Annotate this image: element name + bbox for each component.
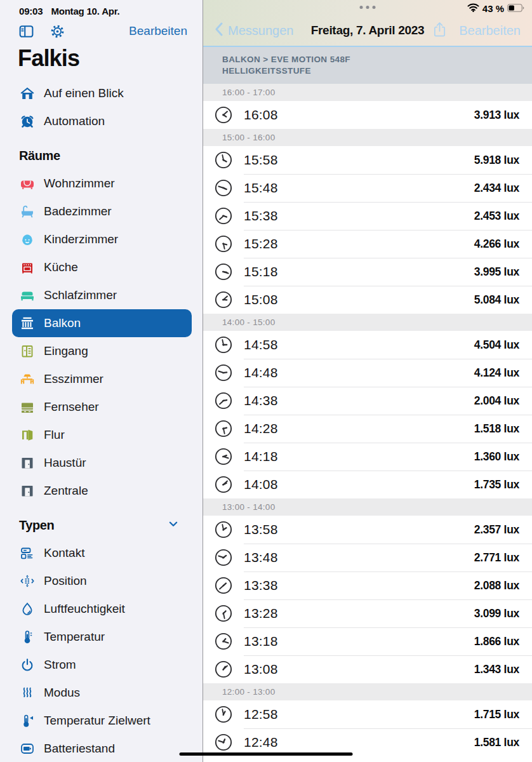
status-time: 09:03 bbox=[19, 6, 43, 17]
sidebar-item-position[interactable]: Position bbox=[12, 567, 192, 595]
clock-icon bbox=[214, 632, 233, 651]
clock-icon bbox=[214, 262, 233, 281]
measurement-row[interactable]: 13:482.771 lux bbox=[203, 544, 532, 572]
measurement-row[interactable]: 16:083.913 lux bbox=[203, 101, 532, 129]
sidebar-item-zentrale[interactable]: Zentrale bbox=[12, 477, 192, 505]
clock-icon bbox=[214, 234, 233, 253]
breadcrumb: BALKON > EVE MOTION 548F HELLIGKEITSSTUF… bbox=[203, 47, 532, 84]
alarm-clock-icon bbox=[19, 113, 36, 130]
chevron-down-icon[interactable] bbox=[166, 516, 181, 534]
battery-icon bbox=[19, 740, 36, 757]
sidebar-item-k-che[interactable]: Küche bbox=[12, 253, 192, 281]
sidebar-item-label: Haustür bbox=[44, 456, 86, 470]
sidebar-item-badezimmer[interactable]: Badezimmer bbox=[12, 197, 192, 225]
measurement-time: 13:58 bbox=[244, 522, 278, 537]
sidebar-item-modus[interactable]: Modus bbox=[12, 679, 192, 707]
measurement-row[interactable]: 14:081.735 lux bbox=[203, 471, 532, 498]
sidebar-item-balkon[interactable]: Balkon bbox=[12, 309, 192, 337]
measurement-row[interactable]: 12:581.715 lux bbox=[203, 700, 532, 728]
measurement-row[interactable]: 13:081.343 lux bbox=[203, 655, 532, 683]
measurement-value: 2.004 lux bbox=[474, 394, 519, 408]
sidebar-item-label: Automation bbox=[44, 114, 105, 128]
clock-icon bbox=[214, 206, 233, 225]
measurement-value: 4.504 lux bbox=[474, 338, 519, 352]
sidebar-item-label: Flur bbox=[44, 428, 65, 442]
sofa-icon bbox=[19, 175, 36, 192]
sidebar-item-label: Batteriestand bbox=[44, 742, 115, 756]
sidebar-section-typen: Typen bbox=[0, 511, 203, 539]
sidebar-toggle-icon[interactable] bbox=[18, 23, 35, 40]
multitasking-dots-icon[interactable] bbox=[360, 6, 376, 9]
measurement-value: 2.771 lux bbox=[474, 551, 519, 565]
sidebar-item-kinderzimmer[interactable]: Kinderzimmer bbox=[12, 225, 192, 253]
measurement-value: 1.715 lux bbox=[474, 708, 519, 721]
chevron-left-icon bbox=[215, 22, 223, 39]
edit-button[interactable]: Bearbeiten bbox=[459, 23, 521, 38]
sidebar-item-eingang[interactable]: Eingang bbox=[12, 337, 192, 365]
share-icon[interactable] bbox=[432, 21, 448, 41]
sidebar-item-strom[interactable]: Strom bbox=[12, 651, 192, 679]
sidebar-item-auf-einen-blick[interactable]: Auf einen Blick bbox=[12, 79, 192, 107]
sidebar-item-kontakt[interactable]: Kontakt bbox=[12, 539, 192, 567]
sidebar-item-label: Badezimmer bbox=[44, 204, 112, 218]
sidebar-item-temperatur-zielwert[interactable]: Temperatur Zielwert bbox=[12, 707, 192, 735]
thermo-target-icon bbox=[19, 712, 36, 729]
measurement-time: 14:08 bbox=[244, 477, 278, 492]
measurement-time: 15:38 bbox=[244, 208, 278, 224]
clock-icon bbox=[214, 105, 233, 124]
sidebar-item-batteriestand[interactable]: Batteriestand bbox=[12, 735, 192, 762]
back-button[interactable]: Messungen bbox=[215, 22, 293, 39]
clock-icon bbox=[214, 150, 233, 170]
sidebar-item-automation[interactable]: Automation bbox=[12, 107, 192, 135]
sidebar-item-schlafzimmer[interactable]: Schlafzimmer bbox=[12, 281, 192, 309]
sidebar-item-label: Temperatur Zielwert bbox=[44, 714, 150, 728]
measurement-row[interactable]: 14:584.504 lux bbox=[203, 331, 532, 359]
sidebar-item-fernseher[interactable]: Fernseher bbox=[12, 393, 192, 421]
measurement-row[interactable]: 15:382.453 lux bbox=[203, 202, 532, 230]
measurement-row[interactable]: 15:284.266 lux bbox=[203, 230, 532, 258]
measurement-time: 13:28 bbox=[244, 606, 278, 621]
sidebar-section-r-ume: Räume bbox=[0, 142, 203, 170]
bathtub-icon bbox=[19, 203, 36, 220]
measurement-value: 3.995 lux bbox=[474, 265, 519, 279]
nav-right-group: Bearbeiten bbox=[432, 21, 521, 41]
clock-icon bbox=[214, 548, 233, 567]
sidebar-item-temperatur[interactable]: Temperatur bbox=[12, 623, 192, 651]
measurement-row[interactable]: 15:482.434 lux bbox=[203, 174, 532, 202]
measurement-row[interactable]: 13:382.088 lux bbox=[203, 572, 532, 599]
clock-icon bbox=[214, 391, 233, 410]
measurement-row[interactable]: 13:181.866 lux bbox=[203, 627, 532, 655]
sidebar-edit-button[interactable]: Bearbeiten bbox=[129, 24, 187, 38]
settings-gear-icon[interactable] bbox=[49, 23, 66, 40]
hour-range-header: 12:00 - 13:00 bbox=[203, 683, 532, 700]
measurement-row[interactable]: 14:382.004 lux bbox=[203, 387, 532, 415]
measurement-row[interactable]: 14:484.124 lux bbox=[203, 359, 532, 387]
sidebar-item-haust-r[interactable]: Haustür bbox=[12, 449, 192, 477]
measurement-time: 13:18 bbox=[244, 634, 278, 649]
measurement-row[interactable]: 13:283.099 lux bbox=[203, 599, 532, 627]
measurement-row[interactable]: 15:585.918 lux bbox=[203, 146, 532, 174]
measurement-time: 12:58 bbox=[244, 707, 278, 722]
nav-bar: Messungen Freitag, 7. April 2023 Bearbei… bbox=[203, 21, 532, 40]
clock-icon bbox=[214, 604, 233, 623]
sidebar-item-esszimmer[interactable]: Esszimmer bbox=[12, 365, 192, 393]
measurement-row[interactable]: 14:281.518 lux bbox=[203, 415, 532, 443]
sidebar-item-wohnzimmer[interactable]: Wohnzimmer bbox=[12, 170, 192, 197]
clock-icon bbox=[214, 290, 233, 309]
measurement-value: 5.084 lux bbox=[474, 293, 519, 307]
house-icon bbox=[19, 85, 36, 102]
measurement-time: 16:08 bbox=[244, 107, 278, 123]
measurement-row[interactable]: 15:085.084 lux bbox=[203, 286, 532, 314]
sidebar-section-label: Räume bbox=[19, 149, 60, 163]
sidebar-item-luftfeuchtigkeit[interactable]: Luftfeuchtigkeit bbox=[12, 595, 192, 623]
tv-icon bbox=[19, 399, 36, 415]
measurement-row[interactable]: 13:582.357 lux bbox=[203, 516, 532, 544]
clock-icon bbox=[214, 178, 233, 197]
measurement-value: 3.913 lux bbox=[474, 109, 519, 122]
status-bar-right: 43 % bbox=[467, 3, 524, 14]
sidebar-item-flur[interactable]: Flur bbox=[12, 421, 192, 449]
sidebar-item-label: Wohnzimmer bbox=[44, 177, 115, 190]
measurement-row[interactable]: 15:183.995 lux bbox=[203, 258, 532, 286]
measurement-row[interactable]: 14:181.360 lux bbox=[203, 443, 532, 471]
home-indicator[interactable] bbox=[180, 752, 353, 756]
